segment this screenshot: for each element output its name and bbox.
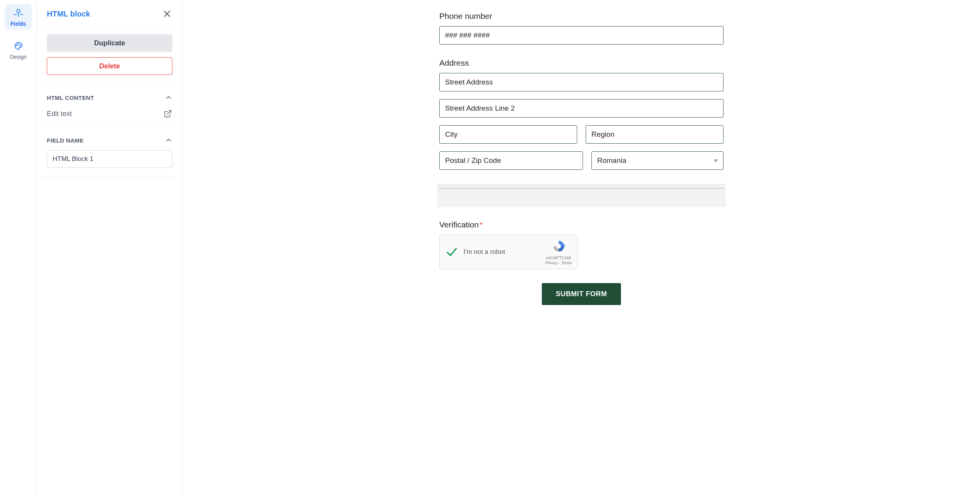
recaptcha-links: Privacy - Terms (545, 261, 572, 265)
section-field-name-title: FIELD NAME (47, 137, 84, 144)
svg-point-4 (16, 45, 17, 46)
required-asterisk: * (480, 220, 483, 229)
edit-text-label: Edit text (47, 110, 72, 118)
section-html-content-title: HTML CONTENT (47, 94, 94, 101)
side-panel: HTML block Duplicate Delete HTML CONTENT… (37, 0, 183, 494)
region-input[interactable] (586, 125, 723, 144)
close-icon[interactable] (162, 8, 172, 19)
html-block-hr (439, 188, 723, 189)
verification-label: Verification* (439, 220, 723, 229)
panel-actions: Duplicate Delete (37, 27, 182, 85)
verification-group: Verification* I'm not a robot (439, 220, 723, 269)
country-select[interactable] (591, 151, 723, 170)
palette-icon (13, 41, 24, 51)
field-name-input[interactable] (47, 150, 172, 168)
privacy-link[interactable]: Privacy (545, 261, 558, 265)
external-link-icon (163, 109, 172, 118)
recaptcha-box[interactable]: I'm not a robot reCAPTCHA (439, 235, 578, 269)
phone-input[interactable] (439, 26, 723, 45)
submit-button[interactable]: SUBMIT FORM (542, 283, 621, 305)
svg-point-6 (20, 45, 20, 46)
duplicate-button[interactable]: Duplicate (47, 34, 172, 52)
verification-label-text: Verification (439, 220, 479, 229)
panel-header: HTML block (37, 0, 182, 27)
address-group: Address (439, 58, 723, 170)
recaptcha-badge: reCAPTCHA Privacy - Terms (545, 239, 572, 265)
city-region-row (439, 125, 723, 144)
chevron-up-icon (165, 136, 172, 144)
left-nav: Fields Design (0, 0, 37, 494)
street-input[interactable] (439, 73, 723, 91)
chevron-up-icon (165, 94, 172, 101)
app-root: Fields Design HTML block (0, 0, 980, 494)
delete-button[interactable]: Delete (47, 57, 172, 75)
phone-label: Phone number (439, 12, 723, 21)
nav-item-fields[interactable]: Fields (5, 4, 32, 30)
checkmark-icon (445, 245, 458, 259)
nav-label-design: Design (10, 54, 27, 60)
terms-link[interactable]: Terms (561, 261, 572, 265)
form-canvas: Phone number Address (183, 0, 980, 494)
form-wrap: Phone number Address (439, 0, 723, 471)
phone-group: Phone number (439, 12, 723, 45)
section-field-name-header[interactable]: FIELD NAME (37, 128, 182, 150)
edit-text-row[interactable]: Edit text (37, 108, 182, 128)
recaptcha-brand: reCAPTCHA (546, 255, 571, 260)
submit-wrap: SUBMIT FORM (439, 283, 723, 305)
city-input[interactable] (439, 125, 577, 144)
address-label: Address (439, 58, 723, 68)
country-select-wrap (591, 151, 723, 170)
html-block-preview[interactable] (437, 184, 726, 207)
address-stack (439, 73, 723, 170)
panel-title: HTML block (47, 10, 90, 18)
nav-label-fields: Fields (10, 21, 26, 27)
fields-icon (13, 8, 24, 18)
postal-input[interactable] (439, 151, 583, 170)
not-a-robot-label: I'm not a robot (464, 248, 540, 256)
svg-line-9 (167, 111, 171, 114)
nav-item-design[interactable]: Design (5, 37, 32, 63)
section-html-content-header[interactable]: HTML CONTENT (37, 85, 182, 108)
street2-input[interactable] (439, 99, 723, 118)
svg-rect-0 (17, 10, 20, 12)
svg-point-5 (18, 44, 18, 45)
recaptcha-icon (552, 239, 566, 255)
field-name-input-wrap (37, 150, 182, 177)
postal-country-row (439, 151, 723, 170)
